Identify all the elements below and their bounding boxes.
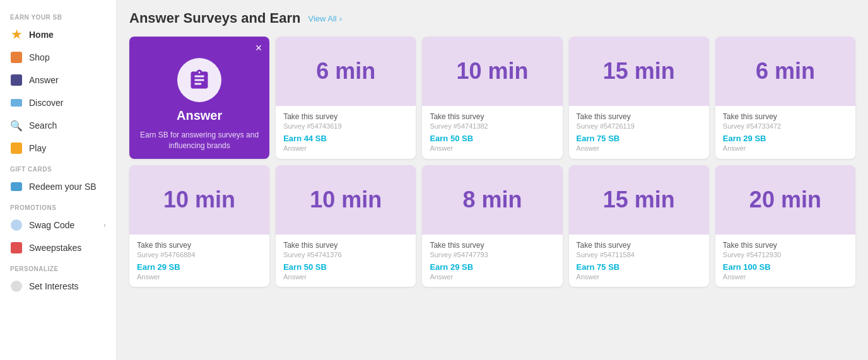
page-header: Answer Surveys and Earn View All › [129,10,855,26]
gift-cards-section-label: GIFT CARDS [0,160,116,175]
answer-icon [10,74,23,86]
sidebar-item-play[interactable]: Play [0,137,116,160]
sidebar-item-swagcode[interactable]: Swag Code › [0,214,116,236]
card-bottom: Take this survey Survey #54747793 Earn 2… [422,235,562,287]
duration-text: 8 min [462,187,522,213]
sidebar-label-play: Play [29,143,46,153]
take-survey-label: Take this survey [577,241,701,250]
card-bottom: Take this survey Survey #54741382 Earn 5… [422,106,562,158]
duration-text: 20 min [749,187,821,213]
card-top: 10 min [129,165,269,235]
survey-id: Survey #54711584 [577,251,701,258]
sidebar-item-home[interactable]: ★ Home [0,23,116,46]
card-bottom: Take this survey Survey #54766884 Earn 2… [129,235,269,287]
sidebar-label-swagcode: Swag Code [29,220,74,230]
card-bottom: Take this survey Survey #54743619 Earn 4… [276,106,416,158]
earn-label: Earn 29 SB [137,262,262,272]
sweepstakes-icon [10,241,23,254]
promotions-section-label: PROMOTIONS [0,198,116,214]
survey-card-r2-2[interactable]: 8 min Take this survey Survey #54747793 … [422,165,562,287]
take-survey-label: Take this survey [430,241,554,250]
survey-id: Survey #54741382 [430,122,554,130]
answer-action: Answer [283,144,408,152]
survey-id: Survey #54733472 [723,122,848,130]
main-content: Answer Surveys and Earn View All › × Ans… [117,0,868,360]
answer-action: Answer [137,273,262,281]
take-survey-label: Take this survey [723,112,848,121]
swagcode-icon [10,219,23,231]
featured-card[interactable]: × Answer Earn SB for answering surveys a… [129,37,269,159]
view-all-text: View All [308,14,336,23]
survey-card-3[interactable]: 6 min Take this survey Survey #54733472 … [715,37,855,159]
duration-text: 10 min [456,58,528,84]
duration-text: 6 min [756,58,815,84]
sidebar-item-search[interactable]: 🔍 Search [0,114,116,137]
sidebar-label-setinterests: Set Interests [29,281,79,291]
take-survey-label: Take this survey [283,241,408,250]
clipboard-icon [188,69,211,91]
interests-icon [10,280,23,293]
chevron-right-icon: › [103,221,106,229]
duration-text: 6 min [316,58,375,84]
sidebar-item-redeem[interactable]: Redeem your SB [0,175,116,198]
close-icon[interactable]: × [255,42,262,55]
earn-label: Earn 50 SB [283,262,408,272]
earn-label: Earn 44 SB [283,134,408,143]
card-top: 20 min [715,165,855,235]
earn-label: Earn 75 SB [577,262,701,272]
answer-action: Answer [723,273,848,281]
card-top: 8 min [422,165,562,235]
card-top: 10 min [422,37,562,106]
chevron-right-icon: › [339,14,342,23]
page-title: Answer Surveys and Earn [129,10,300,26]
survey-card-2[interactable]: 15 min Take this survey Survey #54726119… [569,37,709,159]
survey-row-2: 10 min Take this survey Survey #54766884… [129,165,855,287]
survey-id: Survey #54747793 [430,251,554,258]
survey-id: Survey #54743619 [283,122,408,130]
featured-card-top: Answer [129,37,269,125]
survey-id: Survey #54741376 [283,251,408,258]
sidebar-item-sweepstakes[interactable]: Sweepstakes [0,236,116,259]
answer-action: Answer [283,273,408,281]
survey-row-1: × Answer Earn SB for answering surveys a… [129,37,855,159]
card-bottom: Take this survey Survey #54726119 Earn 7… [569,106,709,158]
survey-id: Survey #54726119 [577,122,701,130]
earn-label: Earn 75 SB [577,134,701,143]
personalize-section-label: PERSONALIZE [0,259,116,275]
duration-text: 10 min [163,187,235,213]
featured-arrow [267,89,269,107]
play-icon [10,142,23,154]
sidebar-label-discover: Discover [29,98,63,108]
redeem-icon [10,180,23,193]
sidebar-item-shop[interactable]: Shop [0,46,116,69]
take-survey-label: Take this survey [137,241,262,250]
survey-card-r2-1[interactable]: 10 min Take this survey Survey #54741376… [276,165,416,287]
sidebar-item-setinterests[interactable]: Set Interests [0,275,116,298]
survey-card-r2-0[interactable]: 10 min Take this survey Survey #54766884… [129,165,269,287]
answer-action: Answer [430,144,554,152]
survey-id: Survey #54712930 [723,251,848,258]
card-bottom: Take this survey Survey #54733472 Earn 2… [715,106,855,158]
sidebar: EARN YOUR SB ★ Home Shop Answer Discover… [0,0,117,360]
card-top: 6 min [715,37,855,106]
earn-label: Earn 29 SB [430,262,554,272]
survey-card-0[interactable]: 6 min Take this survey Survey #54743619 … [276,37,416,159]
survey-card-r2-4[interactable]: 20 min Take this survey Survey #54712930… [715,165,855,287]
sidebar-item-answer[interactable]: Answer [0,69,116,91]
survey-card-1[interactable]: 10 min Take this survey Survey #54741382… [422,37,562,159]
card-bottom: Take this survey Survey #54741376 Earn 5… [276,235,416,287]
card-top: 15 min [569,165,709,235]
duration-text: 10 min [310,187,382,213]
earn-label: Earn 100 SB [723,262,848,272]
view-all-link[interactable]: View All › [308,14,342,23]
answer-action: Answer [577,144,701,152]
discover-icon [10,96,23,109]
duration-text: 15 min [603,187,675,213]
sidebar-item-discover[interactable]: Discover [0,91,116,114]
card-bottom: Take this survey Survey #54712930 Earn 1… [715,235,855,287]
earn-label: Earn 50 SB [430,134,554,143]
earn-label: Earn 29 SB [723,134,848,143]
sidebar-label-sweepstakes: Sweepstakes [29,243,81,253]
survey-card-r2-3[interactable]: 15 min Take this survey Survey #54711584… [569,165,709,287]
answer-action: Answer [430,273,554,281]
